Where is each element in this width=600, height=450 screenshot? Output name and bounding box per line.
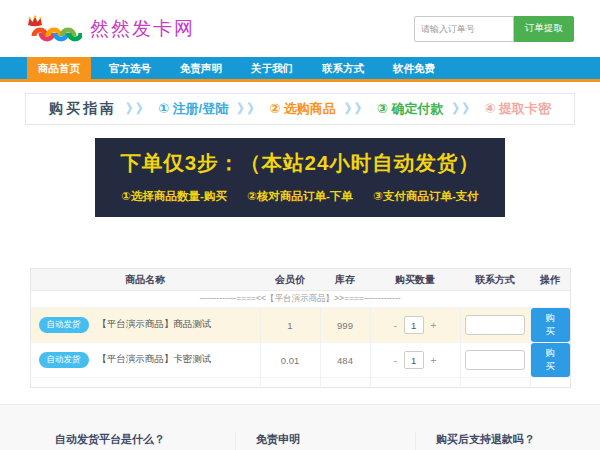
page: 然然发卡网 订单提取 商品首页 官方选号 免责声明 关于我们 联系方式 软件免费… bbox=[0, 0, 600, 450]
header-member-price: 会员价 bbox=[260, 269, 320, 291]
footer-col-disclaimer: 免责申明 请您购得卡密以后，不要用作任何违法途径，或者用 作不法犯罪活动，本公司… bbox=[235, 432, 395, 450]
nav-item-official[interactable]: 官方选号 bbox=[98, 57, 162, 79]
buy-button[interactable]: 购买 bbox=[531, 308, 570, 342]
contact-input[interactable] bbox=[465, 315, 525, 335]
logo-rings-icon bbox=[26, 15, 82, 43]
header-contact: 联系方式 bbox=[460, 269, 530, 291]
guide-step-extract: ④ 提取卡密 bbox=[484, 100, 551, 118]
footer-col-what-is: 自动发货平台是什么？ 自动发货平台是一个自动售卖的平台，旨在为各工作 室以及广大… bbox=[55, 432, 215, 450]
footer-title: 自动发货平台是什么？ bbox=[55, 432, 215, 447]
header-action: 操作 bbox=[530, 269, 570, 291]
product-name: 【平台演示商品】卡密测试 bbox=[97, 353, 211, 364]
empty-row bbox=[30, 378, 570, 388]
product-name: 【平台演示商品】商品测试 bbox=[97, 318, 211, 329]
site-logo[interactable]: 然然发卡网 bbox=[26, 15, 195, 43]
banner-steps: ①选择商品数量-购买 ②核对商品订单-下单 ③支付商品订单-支付 bbox=[95, 186, 505, 204]
nav-item-software[interactable]: 软件免费 bbox=[382, 57, 446, 79]
banner-step-3: ③支付商品订单-支付 bbox=[373, 190, 479, 202]
chevron-icon: 》》 bbox=[237, 100, 260, 118]
order-extract-button[interactable]: 订单提取 bbox=[514, 16, 574, 42]
nav-item-disclaimer[interactable]: 免责声明 bbox=[169, 57, 233, 79]
banner-step-2: ②核对商品订单-下单 bbox=[247, 190, 353, 202]
member-price: 1 bbox=[260, 308, 320, 343]
auto-delivery-badge: 自动发货 bbox=[39, 317, 89, 333]
contact-input[interactable] bbox=[465, 350, 525, 370]
chevron-icon: 》》 bbox=[452, 100, 475, 118]
nav-item-contact[interactable]: 联系方式 bbox=[311, 57, 375, 79]
table-header-row: 商品名称 会员价 库存 购买数量 联系方式 操作 bbox=[30, 269, 570, 291]
auto-delivery-badge: 自动发货 bbox=[39, 352, 89, 368]
site-title: 然然发卡网 bbox=[90, 16, 195, 42]
header-quantity: 购买数量 bbox=[370, 269, 460, 291]
purchase-guide: 购买指南 》》 ① 注册/登陆 》》 ② 选购商品 》》 ③ 确定付款 》》 ④… bbox=[25, 93, 575, 125]
buy-button[interactable]: 购买 bbox=[531, 343, 570, 377]
guide-step-pay: ③ 确定付款 bbox=[377, 100, 444, 118]
quantity-decrease-button[interactable]: - bbox=[390, 320, 401, 331]
banner-headline: 下单仅3步：（本站24小时自动发货） bbox=[95, 149, 505, 177]
quantity-decrease-button[interactable]: - bbox=[390, 355, 401, 366]
chevron-icon: 》》 bbox=[126, 100, 149, 118]
main-nav: 商品首页 官方选号 免责声明 关于我们 联系方式 软件免费 bbox=[0, 57, 600, 82]
product-row: 自动发货 【平台演示商品】卡密测试 0.01 484 - + 购买 bbox=[30, 343, 570, 378]
top-header: 然然发卡网 订单提取 bbox=[0, 0, 600, 57]
order-search: 订单提取 bbox=[414, 16, 574, 42]
quantity-input[interactable] bbox=[404, 316, 424, 334]
footer-title: 免责申明 bbox=[256, 432, 395, 447]
quantity-input[interactable] bbox=[404, 351, 424, 369]
category-label: -------------====<<【平台演示商品】>>====-------… bbox=[30, 291, 570, 308]
product-row: 自动发货 【平台演示商品】商品测试 1 999 - + 购买 bbox=[30, 308, 570, 343]
promo-banner: 下单仅3步：（本站24小时自动发货） ①选择商品数量-购买 ②核对商品订单-下单… bbox=[95, 138, 505, 217]
quantity-increase-button[interactable]: + bbox=[426, 355, 440, 366]
footer: 自动发货平台是什么？ 自动发货平台是一个自动售卖的平台，旨在为各工作 室以及广大… bbox=[0, 404, 600, 450]
footer-title: 购买后支持退款吗？ bbox=[436, 432, 575, 447]
category-row: -------------====<<【平台演示商品】>>====-------… bbox=[30, 291, 570, 308]
chevron-icon: 》》 bbox=[345, 100, 368, 118]
guide-step-register: ① 注册/登陆 bbox=[158, 100, 228, 118]
header-stock: 库存 bbox=[320, 269, 370, 291]
banner-step-1: ①选择商品数量-购买 bbox=[121, 190, 227, 202]
guide-title: 购买指南 bbox=[49, 100, 117, 118]
product-table: 商品名称 会员价 库存 购买数量 联系方式 操作 -------------==… bbox=[30, 268, 571, 388]
guide-step-select: ② 选购商品 bbox=[269, 100, 336, 118]
nav-item-home[interactable]: 商品首页 bbox=[27, 57, 91, 79]
nav-item-about[interactable]: 关于我们 bbox=[240, 57, 304, 79]
member-price: 0.01 bbox=[260, 343, 320, 378]
order-number-input[interactable] bbox=[414, 16, 514, 42]
header-product-name: 商品名称 bbox=[30, 269, 260, 291]
stock-count: 484 bbox=[320, 343, 370, 378]
quantity-increase-button[interactable]: + bbox=[426, 320, 440, 331]
stock-count: 999 bbox=[320, 308, 370, 343]
footer-col-refund: 购买后支持退款吗？ 到目前为止，市面上任何一家虚拟商品购买平台都不 支持退款政策… bbox=[415, 432, 575, 450]
